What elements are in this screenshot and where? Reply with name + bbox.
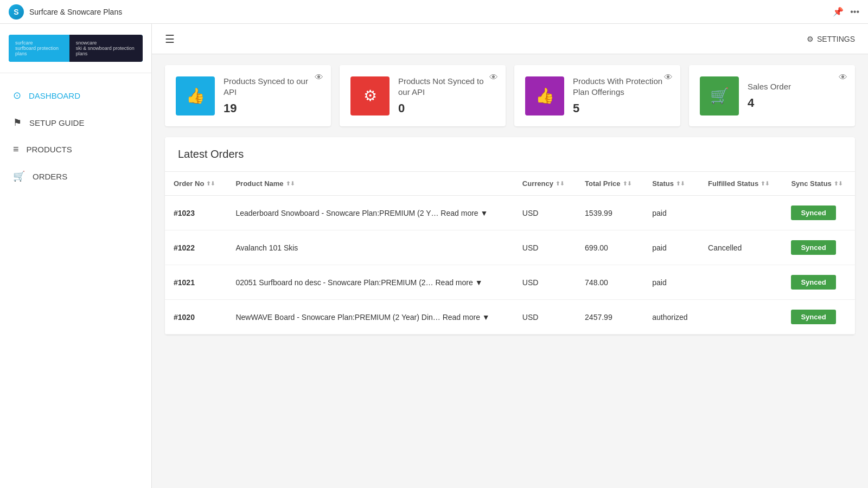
- stats-grid: 👍 Products Synced to our API 19 👁 ⚙ Prod…: [152, 54, 868, 137]
- sidebar-item-dashboard[interactable]: ⊙ DASHBOARD: [0, 82, 151, 109]
- main-layout: surfcare surfboard protection plans snow…: [0, 24, 868, 488]
- sidebar-item-label: ORDERS: [33, 172, 67, 181]
- setup-guide-icon: ⚑: [13, 117, 22, 129]
- stat-card-synced: 👍 Products Synced to our API 19 👁: [165, 65, 331, 126]
- total-price-1022: 699.00: [576, 230, 643, 265]
- total-price-1020: 2457.99: [576, 300, 643, 335]
- content-area: ☰ ⚙ SETTINGS 👍 Products Synced to our AP…: [152, 24, 868, 488]
- eye-icon-synced[interactable]: 👁: [315, 73, 323, 82]
- eye-icon-sales-order[interactable]: 👁: [839, 73, 847, 82]
- total-price-1023: 1539.99: [576, 196, 643, 230]
- currency-1022: USD: [514, 230, 576, 265]
- app-title: Surfcare & Snowcare Plans: [29, 8, 122, 16]
- fulfilled-status-1021: [699, 265, 782, 300]
- status-1023: paid: [643, 196, 699, 230]
- stat-content-sales-order: Sales Order 4: [748, 81, 844, 111]
- orders-title: Latest Orders: [178, 148, 842, 160]
- stat-icon-not-synced: ⚙: [350, 76, 390, 115]
- title-bar-left: S Surfcare & Snowcare Plans: [9, 4, 122, 20]
- sidebar-logo: surfcare surfboard protection plans snow…: [0, 24, 151, 73]
- col-order-no[interactable]: Order No ⬆⬇: [165, 172, 227, 196]
- total-price-1021: 748.00: [576, 265, 643, 300]
- app-icon: S: [9, 4, 24, 20]
- stat-icon-sales-order: 🛒: [700, 76, 739, 115]
- sidebar-item-label: PRODUCTS: [27, 145, 72, 154]
- hamburger-icon[interactable]: ☰: [165, 33, 175, 46]
- stat-label-sales-order: Sales Order: [748, 81, 844, 92]
- col-fulfilled-status[interactable]: Fulfilled Status ⬆⬇: [699, 172, 782, 196]
- stat-icon-protection-plan: 👍: [525, 76, 564, 115]
- stat-icon-synced: 👍: [176, 76, 215, 115]
- table-row: #1020 NewWAVE Board - Snowcare Plan:PREM…: [165, 300, 855, 335]
- logo-snowcare: snowcare ski & snowboard protection plan…: [69, 35, 143, 62]
- stat-label-protection-plan: Products With Protection Plan Offerings: [573, 76, 669, 97]
- settings-button[interactable]: ⚙ SETTINGS: [807, 35, 855, 43]
- order-no-1022: #1022: [165, 230, 227, 265]
- logo-container: surfcare surfboard protection plans snow…: [9, 35, 143, 62]
- product-name-1021: 02051 Surfboard no desc - Snowcare Plan:…: [227, 265, 513, 300]
- stat-value-sales-order: 4: [748, 96, 844, 110]
- eye-icon-protection-plan[interactable]: 👁: [664, 73, 673, 82]
- table-row: #1022 Avalanch 101 Skis USD 699.00 paid …: [165, 230, 855, 265]
- sidebar-item-orders[interactable]: 🛒 ORDERS: [0, 163, 151, 190]
- table-row: #1021 02051 Surfboard no desc - Snowcare…: [165, 265, 855, 300]
- stat-card-protection-plan: 👍 Products With Protection Plan Offering…: [514, 65, 680, 126]
- sync-status-1023: Synced: [782, 196, 855, 230]
- order-no-1023: #1023: [165, 196, 227, 230]
- stat-content-protection-plan: Products With Protection Plan Offerings …: [573, 76, 669, 115]
- sidebar: surfcare surfboard protection plans snow…: [0, 24, 152, 488]
- logo-snowcare-text: snowcare: [76, 40, 136, 46]
- status-1020: authorized: [643, 300, 699, 335]
- stat-label-synced: Products Synced to our API: [224, 76, 320, 97]
- currency-1023: USD: [514, 196, 576, 230]
- sidebar-item-setup-guide[interactable]: ⚑ SETUP GUIDE: [0, 109, 151, 136]
- title-bar: S Surfcare & Snowcare Plans 📌 •••: [0, 0, 868, 24]
- stat-value-not-synced: 0: [398, 101, 495, 115]
- sidebar-nav: ⊙ DASHBOARD ⚑ SETUP GUIDE ≡ PRODUCTS 🛒 O…: [0, 73, 151, 198]
- top-bar: ☰ ⚙ SETTINGS: [152, 24, 868, 54]
- currency-1021: USD: [514, 265, 576, 300]
- col-product-name[interactable]: Product Name ⬆⬇: [227, 172, 513, 196]
- currency-1020: USD: [514, 300, 576, 335]
- col-total-price[interactable]: Total Price ⬆⬇: [576, 172, 643, 196]
- sidebar-item-label: SETUP GUIDE: [29, 118, 84, 127]
- stat-card-not-synced: ⚙ Products Not Synced to our API 0 👁: [340, 65, 506, 126]
- more-icon[interactable]: •••: [850, 7, 859, 17]
- orders-section: Latest Orders Order No ⬆⬇ Product Name ⬆…: [165, 137, 855, 335]
- status-1021: paid: [643, 265, 699, 300]
- title-bar-actions: 📌 •••: [833, 7, 859, 17]
- table-row: #1023 Leaderboard Snowboard - Snowcare P…: [165, 196, 855, 230]
- sync-status-1022: Synced: [782, 230, 855, 265]
- col-sync-status[interactable]: Sync Status ⬆⬇: [782, 172, 855, 196]
- stat-value-synced: 19: [224, 101, 320, 115]
- logo-surfcare-tagline: surfboard protection plans: [15, 46, 63, 56]
- orders-header: Latest Orders: [165, 137, 855, 172]
- stat-content-synced: Products Synced to our API 19: [224, 76, 320, 115]
- col-status[interactable]: Status ⬆⬇: [643, 172, 699, 196]
- fulfilled-status-1022: Cancelled: [699, 230, 782, 265]
- product-name-1020: NewWAVE Board - Snowcare Plan:PREMIUM (2…: [227, 300, 513, 335]
- orders-table-head: Order No ⬆⬇ Product Name ⬆⬇ Currency ⬆⬇ …: [165, 172, 855, 196]
- col-currency[interactable]: Currency ⬆⬇: [514, 172, 576, 196]
- logo-surfcare: surfcare surfboard protection plans: [9, 35, 69, 62]
- sync-status-1020: Synced: [782, 300, 855, 335]
- settings-label: SETTINGS: [817, 35, 855, 43]
- gear-icon: ⚙: [807, 35, 814, 43]
- pin-icon[interactable]: 📌: [833, 7, 844, 17]
- eye-icon-not-synced[interactable]: 👁: [489, 73, 498, 82]
- sidebar-item-label: DASHBOARD: [29, 91, 80, 100]
- order-no-1021: #1021: [165, 265, 227, 300]
- orders-table: Order No ⬆⬇ Product Name ⬆⬇ Currency ⬆⬇ …: [165, 172, 855, 335]
- stat-label-not-synced: Products Not Synced to our API: [398, 76, 495, 97]
- product-name-1023: Leaderboard Snowboard - Snowcare Plan:PR…: [227, 196, 513, 230]
- sync-status-1021: Synced: [782, 265, 855, 300]
- orders-icon: 🛒: [13, 170, 25, 182]
- stat-content-not-synced: Products Not Synced to our API 0: [398, 76, 495, 115]
- status-1022: paid: [643, 230, 699, 265]
- stat-card-sales-order: 🛒 Sales Order 4 👁: [689, 65, 855, 126]
- fulfilled-status-1020: [699, 300, 782, 335]
- order-no-1020: #1020: [165, 300, 227, 335]
- sidebar-item-products[interactable]: ≡ PRODUCTS: [0, 136, 151, 163]
- dashboard-icon: ⊙: [13, 89, 21, 101]
- logo-snowcare-tagline: ski & snowboard protection plans: [76, 46, 136, 56]
